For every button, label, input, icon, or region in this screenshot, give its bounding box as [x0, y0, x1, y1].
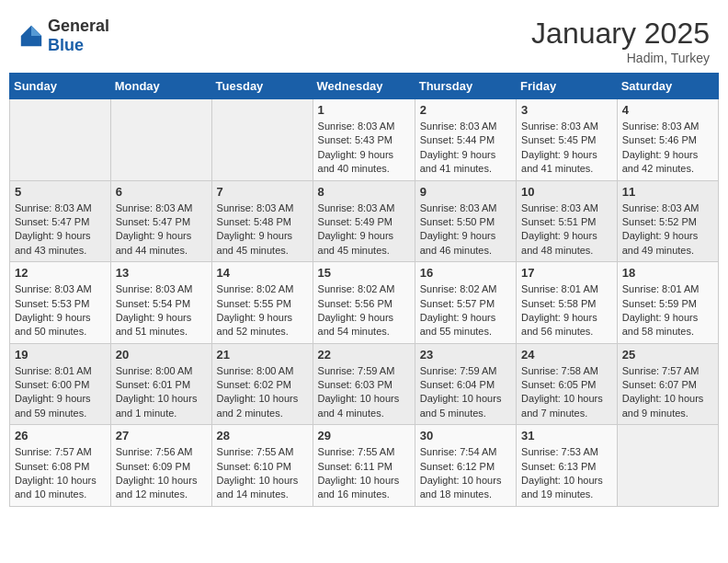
calendar-cell: 18Sunrise: 8:01 AM Sunset: 5:59 PM Dayli…: [617, 262, 718, 344]
calendar-cell: 11Sunrise: 8:03 AM Sunset: 5:52 PM Dayli…: [617, 180, 718, 262]
day-number: 11: [622, 185, 713, 199]
logo: General Blue: [18, 17, 109, 55]
day-number: 3: [521, 103, 612, 117]
calendar-cell: [211, 99, 313, 181]
calendar-cell: 12Sunrise: 8:03 AM Sunset: 5:53 PM Dayli…: [10, 262, 111, 344]
day-content: Sunrise: 7:54 AM Sunset: 6:12 PM Dayligh…: [420, 445, 511, 502]
day-number: 5: [15, 185, 106, 199]
calendar-week-row: 1Sunrise: 8:03 AM Sunset: 5:43 PM Daylig…: [10, 99, 719, 181]
day-content: Sunrise: 8:02 AM Sunset: 5:55 PM Dayligh…: [217, 282, 308, 339]
calendar-cell: 25Sunrise: 7:57 AM Sunset: 6:07 PM Dayli…: [617, 343, 718, 425]
day-content: Sunrise: 8:03 AM Sunset: 5:52 PM Dayligh…: [622, 201, 713, 259]
weekday-header: Wednesday: [313, 74, 415, 99]
calendar-cell: 1Sunrise: 8:03 AM Sunset: 5:43 PM Daylig…: [313, 99, 415, 181]
calendar-cell: 30Sunrise: 7:54 AM Sunset: 6:12 PM Dayli…: [415, 425, 516, 507]
calendar-cell: 16Sunrise: 8:02 AM Sunset: 5:57 PM Dayli…: [415, 262, 516, 344]
logo-general: General: [48, 17, 109, 35]
day-number: 19: [15, 348, 106, 362]
calendar-week-row: 26Sunrise: 7:57 AM Sunset: 6:08 PM Dayli…: [10, 425, 719, 507]
calendar-cell: 14Sunrise: 8:02 AM Sunset: 5:55 PM Dayli…: [211, 262, 313, 344]
title-section: January 2025 Hadim, Turkey: [531, 17, 710, 65]
header-row: SundayMondayTuesdayWednesdayThursdayFrid…: [10, 74, 719, 99]
logo-blue: Blue: [48, 36, 84, 54]
day-content: Sunrise: 8:00 AM Sunset: 6:01 PM Dayligh…: [116, 364, 207, 421]
day-number: 24: [521, 348, 612, 362]
calendar-cell: 27Sunrise: 7:56 AM Sunset: 6:09 PM Dayli…: [110, 425, 211, 507]
svg-marker-1: [31, 26, 41, 36]
day-number: 12: [15, 266, 106, 280]
day-content: Sunrise: 8:03 AM Sunset: 5:47 PM Dayligh…: [116, 201, 207, 259]
calendar-cell: 17Sunrise: 8:01 AM Sunset: 5:58 PM Dayli…: [517, 262, 618, 344]
day-content: Sunrise: 7:59 AM Sunset: 6:04 PM Dayligh…: [420, 364, 511, 421]
calendar-cell: 19Sunrise: 8:01 AM Sunset: 6:00 PM Dayli…: [10, 343, 111, 425]
day-number: 2: [420, 103, 511, 117]
calendar-cell: 2Sunrise: 8:03 AM Sunset: 5:44 PM Daylig…: [415, 99, 516, 181]
calendar-cell: 13Sunrise: 8:03 AM Sunset: 5:54 PM Dayli…: [110, 262, 211, 344]
day-number: 22: [318, 348, 410, 362]
day-content: Sunrise: 8:03 AM Sunset: 5:45 PM Dayligh…: [521, 120, 612, 177]
day-number: 21: [217, 348, 308, 362]
calendar-cell: 29Sunrise: 7:55 AM Sunset: 6:11 PM Dayli…: [313, 425, 415, 507]
day-number: 28: [217, 429, 308, 442]
calendar-cell: [10, 99, 111, 181]
day-number: 1: [318, 103, 410, 117]
day-number: 29: [318, 429, 410, 442]
day-content: Sunrise: 8:03 AM Sunset: 5:46 PM Dayligh…: [622, 120, 713, 177]
day-number: 14: [217, 266, 308, 280]
day-number: 30: [420, 429, 511, 442]
day-content: Sunrise: 7:59 AM Sunset: 6:03 PM Dayligh…: [318, 364, 410, 421]
day-number: 15: [318, 266, 410, 280]
day-content: Sunrise: 7:53 AM Sunset: 6:13 PM Dayligh…: [521, 445, 612, 502]
day-content: Sunrise: 8:01 AM Sunset: 5:59 PM Dayligh…: [622, 282, 713, 339]
day-content: Sunrise: 7:58 AM Sunset: 6:05 PM Dayligh…: [521, 364, 612, 421]
day-content: Sunrise: 8:03 AM Sunset: 5:50 PM Dayligh…: [420, 201, 511, 259]
day-content: Sunrise: 8:03 AM Sunset: 5:43 PM Dayligh…: [318, 120, 410, 177]
calendar-cell: 28Sunrise: 7:55 AM Sunset: 6:10 PM Dayli…: [211, 425, 313, 507]
day-content: Sunrise: 8:02 AM Sunset: 5:56 PM Dayligh…: [318, 282, 410, 339]
day-content: Sunrise: 7:55 AM Sunset: 6:11 PM Dayligh…: [318, 445, 410, 502]
day-content: Sunrise: 7:56 AM Sunset: 6:09 PM Dayligh…: [116, 445, 207, 502]
day-number: 7: [217, 185, 308, 199]
logo-icon: [18, 23, 44, 49]
day-content: Sunrise: 7:57 AM Sunset: 6:08 PM Dayligh…: [15, 445, 106, 502]
page-header: General Blue January 2025 Hadim, Turkey: [9, 9, 719, 69]
weekday-header: Tuesday: [211, 74, 313, 99]
calendar-week-row: 19Sunrise: 8:01 AM Sunset: 6:00 PM Dayli…: [10, 343, 719, 425]
calendar-cell: 6Sunrise: 8:03 AM Sunset: 5:47 PM Daylig…: [110, 180, 211, 262]
day-content: Sunrise: 8:03 AM Sunset: 5:54 PM Dayligh…: [116, 282, 207, 339]
day-number: 23: [420, 348, 511, 362]
calendar-cell: 24Sunrise: 7:58 AM Sunset: 6:05 PM Dayli…: [517, 343, 618, 425]
calendar-cell: 20Sunrise: 8:00 AM Sunset: 6:01 PM Dayli…: [110, 343, 211, 425]
day-number: 6: [116, 185, 207, 199]
month-title: January 2025: [531, 17, 710, 51]
weekday-header: Thursday: [415, 74, 516, 99]
day-number: 26: [15, 429, 106, 442]
calendar-cell: 9Sunrise: 8:03 AM Sunset: 5:50 PM Daylig…: [415, 180, 516, 262]
day-content: Sunrise: 7:55 AM Sunset: 6:10 PM Dayligh…: [217, 445, 308, 502]
weekday-header: Sunday: [10, 74, 111, 99]
day-number: 20: [116, 348, 207, 362]
weekday-header: Saturday: [617, 74, 718, 99]
weekday-header: Friday: [517, 74, 618, 99]
calendar-cell: 15Sunrise: 8:02 AM Sunset: 5:56 PM Dayli…: [313, 262, 415, 344]
calendar-cell: 22Sunrise: 7:59 AM Sunset: 6:03 PM Dayli…: [313, 343, 415, 425]
calendar-cell: 8Sunrise: 8:03 AM Sunset: 5:49 PM Daylig…: [313, 180, 415, 262]
calendar-cell: 10Sunrise: 8:03 AM Sunset: 5:51 PM Dayli…: [517, 180, 618, 262]
logo-text: General Blue: [48, 17, 109, 55]
calendar-cell: 4Sunrise: 8:03 AM Sunset: 5:46 PM Daylig…: [617, 99, 718, 181]
day-content: Sunrise: 8:03 AM Sunset: 5:49 PM Dayligh…: [318, 201, 410, 259]
day-content: Sunrise: 8:03 AM Sunset: 5:48 PM Dayligh…: [217, 201, 308, 259]
calendar-week-row: 12Sunrise: 8:03 AM Sunset: 5:53 PM Dayli…: [10, 262, 719, 344]
calendar-cell: 23Sunrise: 7:59 AM Sunset: 6:04 PM Dayli…: [415, 343, 516, 425]
day-number: 4: [622, 103, 713, 117]
calendar-cell: 7Sunrise: 8:03 AM Sunset: 5:48 PM Daylig…: [211, 180, 313, 262]
calendar-cell: 26Sunrise: 7:57 AM Sunset: 6:08 PM Dayli…: [10, 425, 111, 507]
day-content: Sunrise: 8:00 AM Sunset: 6:02 PM Dayligh…: [217, 364, 308, 421]
day-number: 13: [116, 266, 207, 280]
day-number: 31: [521, 429, 612, 442]
calendar-cell: 5Sunrise: 8:03 AM Sunset: 5:47 PM Daylig…: [10, 180, 111, 262]
day-number: 16: [420, 266, 511, 280]
day-content: Sunrise: 8:01 AM Sunset: 6:00 PM Dayligh…: [15, 364, 106, 421]
day-number: 18: [622, 266, 713, 280]
calendar-cell: [617, 425, 718, 507]
